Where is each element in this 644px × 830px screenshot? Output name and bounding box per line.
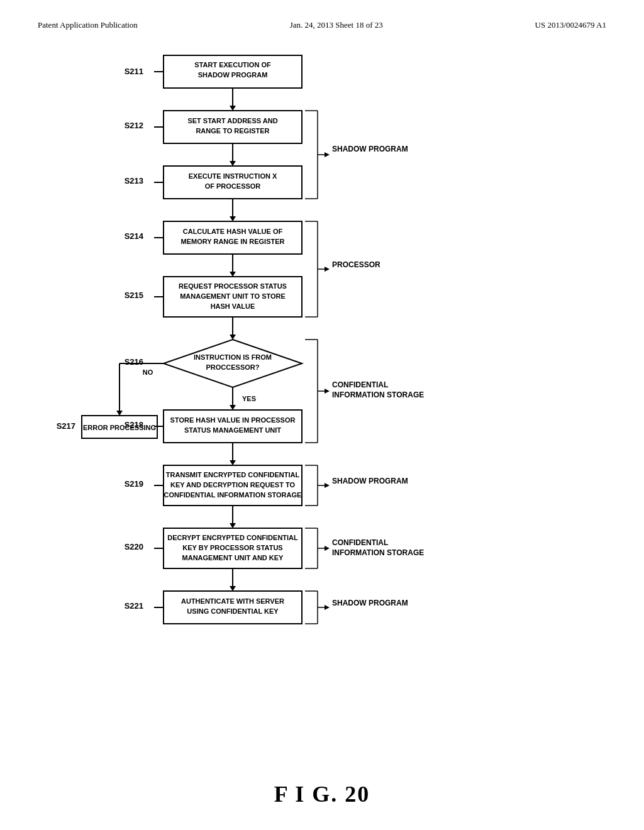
svg-text:USING CONFIDENTIAL KEY: USING CONFIDENTIAL KEY — [187, 607, 279, 615]
svg-marker-6 — [230, 106, 236, 111]
svg-text:PROCESSOR: PROCESSOR — [332, 260, 380, 269]
svg-text:S219: S219 — [125, 479, 143, 489]
svg-text:KEY BY PROCESSOR STATUS: KEY BY PROCESSOR STATUS — [182, 544, 282, 551]
svg-text:INSTRUCTION IS FROM: INSTRUCTION IS FROM — [194, 353, 272, 361]
svg-text:RANGE TO REGISTER: RANGE TO REGISTER — [196, 127, 269, 135]
header-center: Jan. 24, 2013 Sheet 18 of 23 — [290, 20, 383, 30]
page-header: Patent Application Publication Jan. 24, … — [0, 0, 644, 30]
header-left: Patent Application Publication — [38, 20, 138, 30]
svg-marker-35 — [230, 335, 236, 340]
svg-text:REQUEST PROCESSOR STATUS: REQUEST PROCESSOR STATUS — [179, 282, 287, 290]
svg-text:CONFIDENTIAL INFORMATION STORA: CONFIDENTIAL INFORMATION STORAGE — [164, 491, 302, 499]
svg-text:S217: S217 — [57, 421, 75, 431]
svg-text:S215: S215 — [125, 290, 143, 300]
svg-text:SET START ADDRESS AND: SET START ADDRESS AND — [187, 117, 277, 124]
svg-text:DECRYPT ENCRYPTED CONFIDENTIAL: DECRYPT ENCRYPTED CONFIDENTIAL — [167, 534, 298, 541]
svg-text:KEY AND DECRYPTION REQUEST TO: KEY AND DECRYPTION REQUEST TO — [170, 481, 295, 489]
svg-text:EXECUTE INSTRUCTION X: EXECUTE INSTRUCTION X — [189, 172, 277, 180]
svg-text:ERROR PROCESSING: ERROR PROCESSING — [83, 424, 156, 431]
svg-text:SHADOW PROGRAM: SHADOW PROGRAM — [332, 477, 408, 485]
svg-text:SHADOW PROGRAM: SHADOW PROGRAM — [332, 599, 408, 607]
svg-text:S212: S212 — [125, 121, 143, 130]
svg-marker-114 — [325, 605, 330, 610]
flowchart-svg: START EXECUTION OF SHADOW PROGRAM S211 S… — [38, 49, 509, 741]
svg-marker-88 — [325, 267, 330, 272]
svg-text:START EXECUTION OF: START EXECUTION OF — [194, 61, 271, 69]
svg-text:SHADOW PROGRAM: SHADOW PROGRAM — [198, 71, 268, 79]
svg-text:CONFIDENTIAL: CONFIDENTIAL — [332, 380, 388, 389]
svg-marker-82 — [325, 152, 330, 157]
figure-caption: F I G. 20 — [0, 781, 644, 807]
svg-text:MANAGEMENT UNIT TO STORE: MANAGEMENT UNIT TO STORE — [180, 292, 286, 300]
svg-text:S221: S221 — [125, 601, 143, 611]
svg-text:YES: YES — [242, 395, 256, 402]
svg-marker-48 — [230, 405, 236, 410]
svg-text:PROCCESSOR?: PROCCESSOR? — [206, 363, 260, 371]
svg-marker-107 — [325, 546, 330, 551]
svg-text:S213: S213 — [125, 176, 143, 185]
svg-text:S214: S214 — [125, 231, 144, 241]
svg-text:MANAGEMENT UNIT AND KEY: MANAGEMENT UNIT AND KEY — [182, 554, 284, 562]
svg-text:INFORMATION STORAGE: INFORMATION STORAGE — [332, 548, 424, 557]
svg-text:NO: NO — [143, 368, 153, 376]
header-right: US 2013/0024679 A1 — [535, 20, 606, 30]
svg-text:S211: S211 — [125, 67, 143, 76]
svg-marker-94 — [325, 389, 330, 394]
svg-text:TRANSMIT ENCRYPTED CONFIDENTIA: TRANSMIT ENCRYPTED CONFIDENTIAL — [166, 471, 300, 479]
svg-text:STORE HASH VALUE IN PROCESSOR: STORE HASH VALUE IN PROCESSOR — [170, 416, 296, 424]
svg-text:AUTHENTICATE WITH SERVER: AUTHENTICATE WITH SERVER — [181, 597, 284, 605]
svg-text:CONFIDENTIAL: CONFIDENTIAL — [332, 538, 388, 547]
svg-marker-64 — [230, 523, 236, 528]
svg-text:MEMORY RANGE IN REGISTER: MEMORY RANGE IN REGISTER — [180, 238, 284, 245]
svg-text:S218: S218 — [125, 420, 143, 429]
svg-marker-27 — [230, 272, 236, 277]
svg-text:S216: S216 — [125, 357, 143, 367]
svg-text:INFORMATION STORAGE: INFORMATION STORAGE — [332, 390, 424, 399]
svg-text:OF PROCESSOR: OF PROCESSOR — [205, 182, 261, 190]
svg-marker-101 — [325, 483, 330, 488]
diagram-container: START EXECUTION OF SHADOW PROGRAM S211 S… — [38, 49, 606, 743]
svg-text:STATUS MANAGEMENT UNIT: STATUS MANAGEMENT UNIT — [184, 426, 281, 434]
svg-text:HASH VALUE: HASH VALUE — [211, 302, 255, 310]
svg-marker-20 — [230, 216, 236, 221]
svg-text:CALCULATE HASH VALUE OF: CALCULATE HASH VALUE OF — [183, 228, 283, 235]
svg-marker-72 — [230, 586, 236, 591]
svg-marker-42 — [116, 411, 123, 416]
svg-text:SHADOW PROGRAM: SHADOW PROGRAM — [332, 145, 408, 153]
svg-marker-56 — [230, 460, 236, 465]
svg-marker-13 — [230, 161, 236, 166]
svg-text:S220: S220 — [125, 542, 143, 551]
